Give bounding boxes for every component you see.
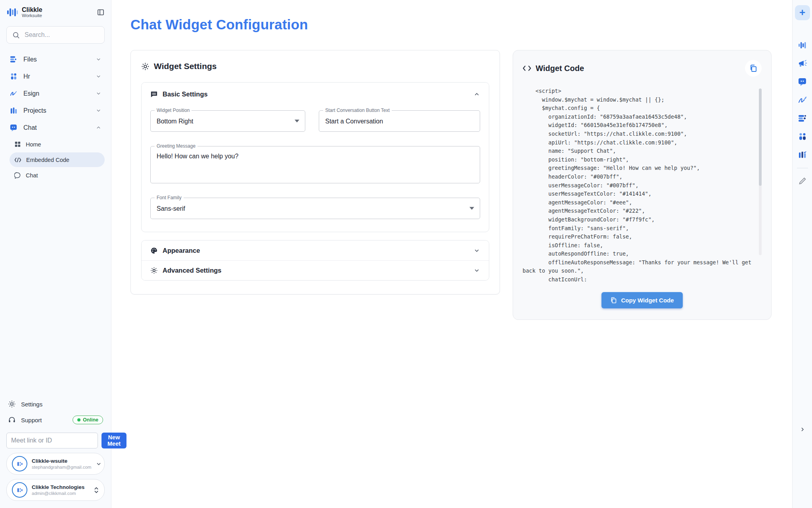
copy-widget-code-button[interactable]: Copy Widget Code [601,292,682,308]
code-scrollbar[interactable] [759,89,762,255]
sidebar-item-label: Esign [23,90,39,97]
megaphone-icon[interactable] [798,59,807,68]
meet-row: New Meet [6,433,105,448]
sidebar-item-esign[interactable]: Esign [6,85,105,102]
field-value: Hello! How can we help you? [151,146,480,166]
search-icon [12,31,20,39]
chat-app-icon[interactable] [798,77,807,87]
copy-icon [610,297,617,304]
chevron-down-icon [96,461,102,467]
meet-link-input[interactable] [6,433,98,448]
page-title: Chat Widget Configuration [130,17,792,33]
sidebar-collapse-icon[interactable] [97,8,105,16]
dropdown-arrow-icon [469,207,474,210]
online-label: Online [83,417,98,423]
sidebar-item-label: Chat [23,124,37,131]
hr-icon [10,72,18,81]
field-label: Start Conversation Button Text [323,108,392,113]
online-badge: Online [73,416,103,424]
search-input[interactable] [25,31,99,38]
settings-label: Settings [21,401,42,408]
gear-icon [150,267,158,274]
copy-icon-button[interactable] [745,60,762,77]
field-value: Sans-serif [151,198,480,219]
start-button-text-field[interactable]: Start Conversation Button Text Start a C… [319,110,480,132]
collapsed-accordions: Appearance Advanced Settings [141,240,489,281]
copy-button-label: Copy Widget Code [621,297,674,304]
code-brackets-icon [523,65,531,71]
widget-code-snippet[interactable]: <script> window.$mychat = window.$mychat… [523,87,753,284]
section-title: Basic Settings [163,90,208,98]
chevron-right-icon[interactable] [799,426,806,433]
font-family-select[interactable]: Font Family Sans-serif [150,198,480,219]
account-email: admin@clikkmail.com [32,491,84,496]
gear-icon [141,62,149,71]
message-icon [150,90,158,98]
code-card-title: Widget Code [536,64,584,73]
headset-icon [8,416,16,424]
code-icon [14,157,21,163]
code-area: <script> window.$mychat = window.$mychat… [523,87,762,284]
sidebar-item-projects[interactable]: Projects [6,102,105,119]
account-card-primary[interactable]: Clikkle-wsuite stephandgraham@gmail.com [6,453,105,475]
clikkle-bars-icon[interactable] [798,40,807,50]
esign-app-icon[interactable] [798,95,807,105]
grid-icon [14,141,21,148]
sidebar-item-chat[interactable]: Chat [6,119,105,136]
account-card-org[interactable]: Clikkle Technologies admin@clikkmail.com [6,479,105,501]
add-app-button[interactable]: + [795,5,810,20]
subnav-item-label: Embedded Code [26,157,69,163]
account-name: Clikkle-wsuite [32,458,91,464]
field-value: Bottom Right [151,111,305,131]
field-label: Widget Position [155,108,192,113]
chat-subnav: Home Embedded Code Chat [6,137,105,183]
brand-name: Clikkle [22,7,42,13]
widget-position-select[interactable]: Widget Position Bottom Right [150,110,305,132]
subnav-item-label: Chat [26,172,38,179]
files-icon [10,55,18,64]
sidebar-item-label: Files [23,56,37,63]
clikkle-logo-icon [6,6,18,18]
chevron-down-icon [96,108,102,114]
edit-pencil-icon[interactable] [798,177,807,185]
dropdown-arrow-icon [295,120,299,123]
gear-icon [8,400,16,408]
sidebar-nav: Files Hr [6,51,105,183]
chevron-up-icon [473,91,480,98]
code-scrollbar-thumb[interactable] [759,89,762,186]
sidebar-item-hr[interactable]: Hr [6,68,105,85]
card-title: Widget Settings [154,62,216,71]
chevron-down-icon [96,90,102,96]
avatar [12,456,27,471]
support-item[interactable]: Support Online [6,412,105,428]
subnav-item-home[interactable]: Home [10,137,105,152]
advanced-settings-header[interactable]: Advanced Settings [142,260,489,280]
suite-name: Worksuite [22,13,42,18]
subnav-item-label: Home [26,141,41,148]
appearance-header[interactable]: Appearance [142,241,489,260]
field-value: Start a Conversation [319,111,480,131]
chat-icon [10,123,18,132]
logo[interactable]: Clikkle Worksuite [6,6,105,18]
settings-item[interactable]: Settings [6,396,105,412]
projects-app-icon[interactable] [798,150,807,160]
section-title: Advanced Settings [163,267,222,274]
greeting-message-field[interactable]: Greeting Message Hello! How can we help … [150,146,480,183]
account-email: stephandgraham@gmail.com [32,465,91,470]
chat-bubble-icon [14,172,21,179]
sidebar-item-files[interactable]: Files [6,51,105,68]
sidebar: Clikkle Worksuite [0,0,111,508]
avatar [12,482,27,498]
subnav-item-chat[interactable]: Chat [10,168,105,183]
esign-icon [10,89,18,98]
search-box[interactable] [6,26,105,44]
sidebar-item-label: Hr [23,73,30,80]
files-app-icon[interactable] [798,114,807,123]
basic-settings-header[interactable]: Basic Settings [142,83,489,106]
palette-icon [150,247,158,254]
hr-app-icon[interactable] [798,132,807,141]
subnav-item-embedded-code[interactable]: Embedded Code [10,152,105,167]
online-dot-icon [77,418,80,421]
right-app-rail: + [792,0,812,508]
support-label: Support [21,417,42,423]
